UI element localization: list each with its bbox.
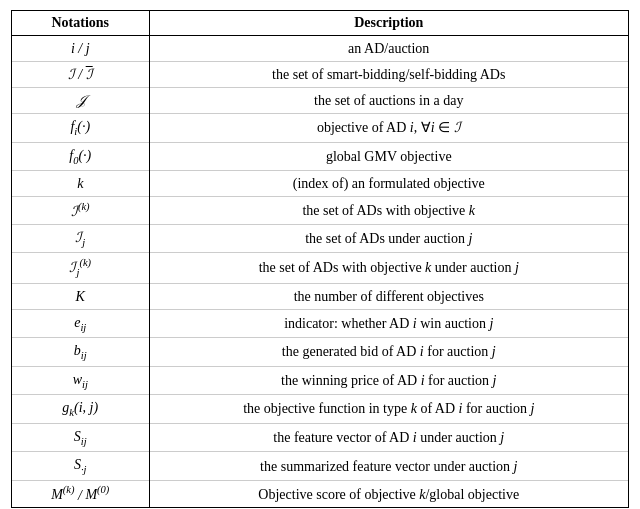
table-row: bijthe generated bid of AD i for auction… [12,338,628,367]
notation-cell: ℐj(k) [12,253,149,283]
table-row: Sijthe feature vector of AD i under auct… [12,423,628,452]
table-row: ℐ(k)the set of ADs with objective k [12,197,628,225]
description-cell: objective of AD i, ∀i ∈ ℐ [149,114,628,143]
description-cell: the set of auctions in a day [149,88,628,114]
description-cell: the set of ADs under auction j [149,224,628,253]
description-cell: the generated bid of AD i for auction j [149,338,628,367]
notation-cell: ℐj [12,224,149,253]
table-row: Kthe number of different objectives [12,283,628,309]
table-row: k(index of) an formulated objective [12,171,628,197]
description-cell: indicator: whether AD i win auction j [149,309,628,338]
notation-cell: f0(·) [12,142,149,171]
table-row: fi(·)objective of AD i, ∀i ∈ ℐ [12,114,628,143]
col-header-notations: Notations [12,11,149,36]
notation-cell: K [12,283,149,309]
description-cell: the objective function in type k of AD i… [149,395,628,424]
table-row: M(k) / M(0)Objective score of objective … [12,480,628,507]
notation-cell: 𝒥 [12,88,149,114]
description-cell: global GMV objective [149,142,628,171]
description-cell: the number of different objectives [149,283,628,309]
description-cell: the winning price of AD i for auction j [149,366,628,395]
description-cell: the set of ADs with objective k [149,197,628,225]
description-cell: an AD/auction [149,36,628,62]
notation-cell: ℐ(k) [12,197,149,225]
notation-cell: k [12,171,149,197]
description-cell: Objective score of objective k/global ob… [149,480,628,507]
notation-cell: bij [12,338,149,367]
notation-cell: wij [12,366,149,395]
notation-cell: M(k) / M(0) [12,480,149,507]
notation-cell: i / j [12,36,149,62]
table-row: f0(·)global GMV objective [12,142,628,171]
description-cell: the feature vector of AD i under auction… [149,423,628,452]
description-cell: the summarized feature vector under auct… [149,452,628,481]
description-cell: the set of ADs with objective k under au… [149,253,628,283]
table-row: ℐ / ℐthe set of smart-bidding/self-biddi… [12,62,628,88]
description-cell: the set of smart-bidding/self-bidding AD… [149,62,628,88]
notation-cell: gk(i, j) [12,395,149,424]
table-row: i / jan AD/auction [12,36,628,62]
table-row: S·jthe summarized feature vector under a… [12,452,628,481]
col-header-description: Description [149,11,628,36]
notation-table: Notations Description i / jan AD/auction… [11,10,629,508]
table-row: ℐj(k)the set of ADs with objective k und… [12,253,628,283]
table-row: wijthe winning price of AD i for auction… [12,366,628,395]
notation-cell: eij [12,309,149,338]
notation-cell: Sij [12,423,149,452]
description-cell: (index of) an formulated objective [149,171,628,197]
table-row: 𝒥the set of auctions in a day [12,88,628,114]
table-row: gk(i, j)the objective function in type k… [12,395,628,424]
notation-cell: S·j [12,452,149,481]
table-row: ℐjthe set of ADs under auction j [12,224,628,253]
table-row: eijindicator: whether AD i win auction j [12,309,628,338]
notation-cell: fi(·) [12,114,149,143]
notation-cell: ℐ / ℐ [12,62,149,88]
